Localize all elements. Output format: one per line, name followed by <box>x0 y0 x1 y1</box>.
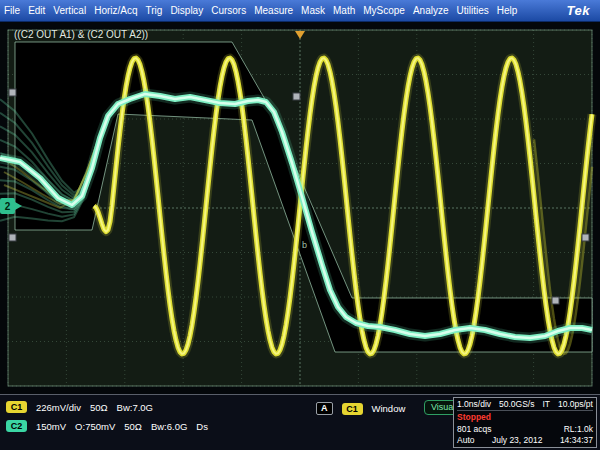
graticule-svg: 2b <box>0 22 600 394</box>
trigger-type-label: Window <box>372 403 406 414</box>
menu-item-trig[interactable]: Trig <box>142 5 167 16</box>
menu-bar: FileEditVerticalHoriz/AcqTrigDisplayCurs… <box>0 0 600 22</box>
channel1-readout[interactable]: C1 226mV/div 50Ω Bw:7.0G <box>6 401 153 413</box>
menu-item-horizacq[interactable]: Horiz/Acq <box>90 5 141 16</box>
oscilloscope-screen: { "menu": { "items": ["File","Edit","Ver… <box>0 0 600 450</box>
datetime-row: Auto July 23, 2012 14:34:37 <box>457 435 593 445</box>
trigger-readout[interactable]: A C1 Window <box>316 402 405 415</box>
trigger-source-badge: C1 <box>342 403 363 415</box>
tek-logo: Tek <box>567 3 600 18</box>
channel1-badge[interactable]: C1 <box>6 401 27 413</box>
date-label: July 23, 2012 <box>492 435 543 445</box>
mask-handle[interactable] <box>293 93 300 100</box>
horizontal-acquisition-box: 1.0ns/div 50.0GS/s IT 10.0ps/pt Stopped … <box>453 397 597 448</box>
acquisition-count-row: 801 acqs RL:1.0k <box>457 424 593 434</box>
trigger-a-badge: A <box>316 402 333 415</box>
menu-item-mask[interactable]: Mask <box>297 5 329 16</box>
channel1-impedance: 50Ω <box>90 402 108 413</box>
sample-rate: 50.0GS/s <box>499 399 534 409</box>
menu-item-math[interactable]: Math <box>329 5 359 16</box>
horizontal-scale: 1.0ns/div <box>457 399 491 409</box>
mask-handle[interactable] <box>582 234 589 241</box>
channel1-scale: 226mV/div <box>36 402 81 413</box>
status-bar: C1 226mV/div 50Ω Bw:7.0G C2 150mV O:750m… <box>0 394 600 450</box>
math-expression-label: ((C2 OUT A1) & (C2 OUT A2)) <box>14 29 148 40</box>
trigger-mode: Auto <box>457 435 475 445</box>
menu-item-measure[interactable]: Measure <box>250 5 297 16</box>
resolution: 10.0ps/pt <box>558 399 593 409</box>
menu-item-analyze[interactable]: Analyze <box>409 5 453 16</box>
menu-item-vertical[interactable]: Vertical <box>49 5 90 16</box>
record-length: RL:1.0k <box>564 424 593 434</box>
channel2-readout[interactable]: C2 150mV O:750mV 50Ω Bw:6.0G Ds <box>6 420 208 432</box>
acquisition-state: Stopped <box>457 412 491 422</box>
menu-item-myscope[interactable]: MyScope <box>359 5 409 16</box>
channel1-bandwidth: Bw:7.0G <box>117 402 153 413</box>
menu-item-cursors[interactable]: Cursors <box>207 5 250 16</box>
menu-item-edit[interactable]: Edit <box>24 5 49 16</box>
mask-segment-label: b <box>302 240 307 250</box>
menu-item-utilities[interactable]: Utilities <box>453 5 493 16</box>
menu-item-help[interactable]: Help <box>493 5 522 16</box>
channel2-impedance: 50Ω <box>124 421 142 432</box>
mask-handle[interactable] <box>9 89 16 96</box>
mask-handle[interactable] <box>552 297 559 304</box>
channel2-badge[interactable]: C2 <box>6 420 27 432</box>
time-label: 14:34:37 <box>560 435 593 445</box>
waveform-display: 2b ((C2 OUT A1) & (C2 OUT A2)) <box>0 22 600 394</box>
channel2-bandwidth: Bw:6.0G <box>151 421 187 432</box>
horizontal-readout: 1.0ns/div 50.0GS/s IT 10.0ps/pt <box>457 399 593 411</box>
menu-item-display[interactable]: Display <box>166 5 207 16</box>
acquisition-state-row: Stopped <box>457 412 593 422</box>
channel2-ds-indicator: Ds <box>196 421 208 432</box>
mask-handle[interactable] <box>9 234 16 241</box>
acquisition-count: 801 acqs <box>457 424 492 434</box>
channel2-offset: O:750mV <box>75 421 115 432</box>
channel2-scale: 150mV <box>36 421 66 432</box>
sampling-mode: IT <box>542 399 550 409</box>
ch2-reference-label: 2 <box>5 201 11 212</box>
menu-item-file[interactable]: File <box>0 5 24 16</box>
